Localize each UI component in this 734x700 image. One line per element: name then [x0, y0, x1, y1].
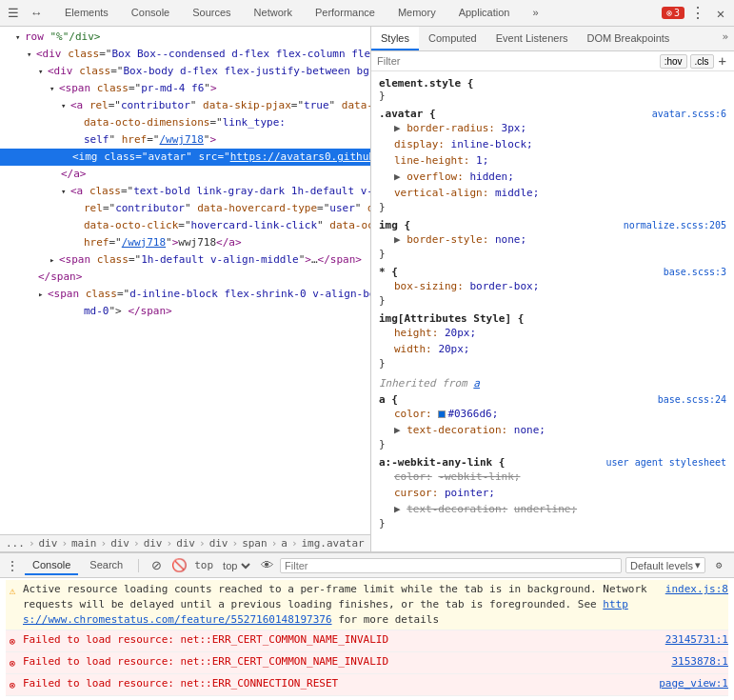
css-prop-strikethrough2: ▶ text-decoration: underline; — [379, 501, 726, 517]
console-clear-btn[interactable]: 🚫 — [169, 556, 188, 575]
error-badge: ⊗ 3 — [662, 7, 684, 19]
dom-line: </span> — [0, 269, 370, 286]
console-msg-error-3: ⊗ Failed to load resource: net::ERR_CONN… — [6, 674, 728, 696]
console-msg-warning: ⚠ Active resource loading counts reached… — [6, 580, 728, 630]
console-context-select[interactable]: top — [219, 559, 253, 572]
console-tab-console[interactable]: Console — [25, 556, 78, 575]
css-source-avatar[interactable]: avatar.scss:6 — [652, 109, 726, 119]
tab-elements[interactable]: Elements — [53, 0, 120, 26]
css-closing-brace: } — [379, 90, 726, 102]
add-style-btn[interactable]: + — [717, 53, 728, 69]
styles-tab-more[interactable]: » — [716, 27, 734, 50]
breadcrumb-dots[interactable]: ... — [6, 537, 25, 550]
css-rule-img: img { normalize.scss:205 ▶ border-style:… — [371, 217, 734, 264]
console-msg-error-1: ⊗ Failed to load resource: net::ERR_CERT… — [6, 630, 728, 652]
console-msg-source[interactable]: index.js:8 — [665, 582, 728, 628]
tab-more[interactable]: » — [521, 0, 549, 26]
styles-tab-dom-breakpoints[interactable]: DOM Breakpoints — [578, 27, 680, 50]
dom-tree[interactable]: row "%"/div> <div class="Box Box--conden… — [0, 27, 370, 534]
tab-application[interactable]: Application — [447, 0, 522, 26]
expand-icon[interactable] — [38, 287, 48, 302]
toolbar-right: ⊗ 3 ⋮ ✕ — [662, 4, 730, 23]
close-devtools-btn[interactable]: ✕ — [711, 4, 730, 23]
tab-sources[interactable]: Sources — [181, 0, 242, 26]
breadcrumb-div5[interactable]: div — [209, 537, 228, 550]
css-closing-brace: } — [379, 201, 726, 213]
breadcrumb-main[interactable]: main — [71, 537, 97, 550]
breadcrumb-span[interactable]: span — [242, 537, 268, 550]
breadcrumb-div1[interactable]: div — [39, 537, 58, 550]
hov-button[interactable]: :hov — [660, 54, 687, 69]
console-error-source-1[interactable]: 23145731:1 — [665, 632, 728, 650]
dom-line: <span class="pr-md-4 f6"> — [0, 80, 370, 97]
breadcrumb-a[interactable]: a — [281, 537, 288, 550]
breadcrumb-img-avatar[interactable]: img.avatar — [302, 537, 365, 550]
console-error-source-2[interactable]: 3153878:1 — [671, 654, 728, 671]
console-stop-btn[interactable]: ⊘ — [147, 556, 166, 575]
styles-tab-styles[interactable]: Styles — [371, 27, 419, 50]
tab-network[interactable]: Network — [243, 0, 304, 26]
warning-icon: ⚠ — [6, 582, 19, 628]
console-panel: ⋮ Console Search ⊘ 🚫 top top 👁 Default l… — [0, 552, 734, 700]
css-rule-element-style: element.style { } — [371, 75, 734, 106]
tab-memory[interactable]: Memory — [387, 0, 447, 26]
console-settings-btn[interactable]: ⚙ — [709, 556, 728, 575]
expand-icon[interactable] — [15, 30, 25, 45]
styles-filter-input[interactable] — [377, 55, 656, 67]
css-source-a[interactable]: base.scss:24 — [658, 394, 726, 405]
css-source-star[interactable]: base.scss:3 — [664, 267, 726, 277]
expand-icon[interactable] — [27, 47, 36, 62]
console-tab-search[interactable]: Search — [82, 556, 130, 575]
expand-icon[interactable]: ▶ — [394, 503, 401, 515]
expand-icon[interactable] — [38, 64, 48, 79]
styles-tab-computed[interactable]: Computed — [419, 27, 486, 50]
breadcrumb-div2[interactable]: div — [110, 537, 129, 550]
console-filter-input[interactable] — [280, 558, 622, 573]
inherited-from-label: Inherited from a — [371, 373, 734, 391]
styles-tab-event-listeners[interactable]: Event Listeners — [486, 27, 578, 50]
console-eye-btn[interactable]: 👁 — [257, 556, 276, 575]
css-prop: height: 20px; — [379, 325, 726, 341]
breadcrumb-div3[interactable]: div — [144, 537, 163, 550]
css-selector-webkit: a:-webkit-any-link { user agent styleshe… — [379, 456, 726, 469]
color-swatch — [438, 410, 446, 418]
css-source-webkit: user agent stylesheet — [606, 457, 726, 468]
cls-button[interactable]: .cls — [690, 54, 714, 69]
error-count: 3 — [674, 8, 680, 18]
css-prop: vertical-align: middle; — [379, 185, 726, 201]
inspect-icon[interactable]: ☰ — [4, 4, 23, 23]
expand-icon[interactable] — [61, 184, 70, 199]
dom-line: rel="contributor" data-hovercard-type="u… — [0, 200, 370, 217]
styles-content: element.style { } .avatar { avatar.scss:… — [371, 71, 734, 551]
css-rule-webkit-any-link: a:-webkit-any-link { user agent styleshe… — [371, 454, 734, 533]
more-options-btn[interactable]: ⋮ — [688, 4, 707, 23]
elements-panel: row "%"/div> <div class="Box Box--conden… — [0, 27, 371, 551]
tab-performance[interactable]: Performance — [304, 0, 387, 26]
css-prop: line-height: 1; — [379, 152, 726, 169]
default-levels-btn[interactable]: Default levels ▾ — [625, 557, 705, 573]
console-link[interactable]: http s://www.chromestatus.com/feature/55… — [23, 598, 628, 626]
console-error-source-3[interactable]: page_view:1 — [659, 676, 728, 693]
css-source-img[interactable]: normalize.scss:205 — [624, 220, 726, 230]
expand-icon[interactable]: ▶ — [394, 170, 401, 183]
dom-line: data-octo-click="hovercard-link-click" d… — [0, 217, 370, 234]
expand-icon[interactable]: ▶ — [394, 424, 401, 436]
expand-icon[interactable]: ▶ — [394, 233, 401, 246]
expand-icon[interactable]: ▶ — [394, 122, 401, 134]
css-closing-brace: } — [379, 517, 726, 530]
styles-tabs: Styles Computed Event Listeners DOM Brea… — [371, 27, 734, 51]
styles-panel: Styles Computed Event Listeners DOM Brea… — [371, 27, 734, 551]
dom-line-selected[interactable]: <img class="avatar" src="https://avatars… — [0, 149, 370, 166]
breadcrumb-div4[interactable]: div — [176, 537, 195, 550]
expand-icon[interactable] — [61, 98, 70, 113]
css-prop: color: #0366d6; — [379, 406, 726, 422]
expand-icon[interactable] — [50, 252, 59, 268]
expand-icon[interactable] — [50, 81, 59, 96]
css-rule-a: a { base.scss:24 color: #0366d6; ▶ text-… — [371, 391, 734, 454]
dom-line: <div class="Box-body d-flex flex-justify… — [0, 63, 370, 80]
dom-line: self" href="/wwj718"> — [0, 131, 370, 149]
inherited-from-link[interactable]: a — [473, 377, 480, 390]
tab-console[interactable]: Console — [120, 0, 181, 26]
device-icon[interactable]: ↔ — [27, 4, 46, 23]
dom-line: <span class="d-inline-block flex-shrink-… — [0, 286, 370, 303]
